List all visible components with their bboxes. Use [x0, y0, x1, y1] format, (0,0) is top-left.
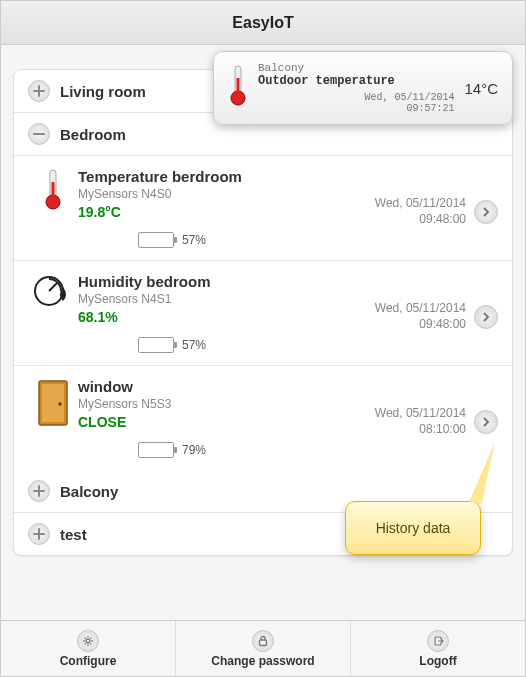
chevron-right-icon [474, 305, 498, 329]
sensor-row-temperature: Temperature berdroom MySensors N4S0 19.8… [14, 156, 512, 261]
plus-icon [28, 480, 50, 502]
battery-icon [138, 232, 174, 248]
gear-icon [77, 630, 99, 652]
sensor-value: 68.1% [78, 309, 375, 325]
battery-text: 57% [182, 338, 206, 352]
door-icon [28, 378, 78, 428]
thermometer-icon [228, 64, 248, 112]
battery-icon [138, 337, 174, 353]
footer-label: Configure [60, 654, 117, 668]
logoff-icon [427, 630, 449, 652]
battery-text: 57% [182, 233, 206, 247]
popup-room: Balcony [258, 62, 454, 74]
popup-sensor-name: Outdoor temperature [258, 74, 454, 88]
group-label: Balcony [60, 483, 118, 500]
minus-icon [28, 123, 50, 145]
group-label: Bedroom [60, 126, 126, 143]
popup-timestamp: Wed, 05/11/2014 09:57:21 [258, 92, 454, 114]
group-label: Living room [60, 83, 146, 100]
lock-icon [252, 630, 274, 652]
callout-text: History data [376, 520, 451, 536]
svg-rect-12 [260, 640, 267, 646]
chevron-right-icon [474, 200, 498, 224]
thermometer-icon [28, 168, 78, 212]
sensor-source: MySensors N4S0 [78, 187, 375, 201]
plus-icon [28, 80, 50, 102]
sensor-value: CLOSE [78, 414, 375, 430]
battery-icon [138, 442, 174, 458]
humidity-icon [28, 273, 78, 309]
plus-icon [28, 523, 50, 545]
configure-button[interactable]: Configure [1, 621, 176, 676]
logoff-button[interactable]: Logoff [351, 621, 525, 676]
history-button[interactable] [474, 200, 498, 224]
battery-indicator: 57% [138, 337, 375, 353]
history-button[interactable] [474, 410, 498, 434]
svg-rect-10 [237, 78, 240, 96]
footer-toolbar: Configure Change password Logoff [1, 620, 525, 676]
footer-label: Change password [211, 654, 314, 668]
app-title: EasyIoT [232, 14, 293, 31]
room-panel: Living room Bedroom Temperature berd [13, 69, 513, 556]
change-password-button[interactable]: Change password [176, 621, 351, 676]
popup-value: 14°C [464, 80, 498, 97]
chevron-right-icon [474, 410, 498, 434]
app-title-bar: EasyIoT [1, 1, 525, 45]
sensor-popup-card: Balcony Outdoor temperature Wed, 05/11/2… [213, 51, 513, 125]
sensor-timestamp: Wed, 05/11/2014 09:48:00 [375, 301, 466, 332]
sensor-row-window: window MySensors N5S3 CLOSE 79% Wed, 05/… [14, 366, 512, 470]
sensor-name: Temperature berdroom [78, 168, 375, 185]
battery-indicator: 79% [138, 442, 375, 458]
sensor-source: MySensors N5S3 [78, 397, 375, 411]
battery-indicator: 57% [138, 232, 375, 248]
battery-text: 79% [182, 443, 206, 457]
callout-history-data: History data [345, 501, 481, 555]
sensor-list-bedroom: Temperature berdroom MySensors N4S0 19.8… [14, 156, 512, 470]
sensor-timestamp: Wed, 05/11/2014 08:10:00 [375, 406, 466, 437]
sensor-timestamp: Wed, 05/11/2014 09:48:00 [375, 196, 466, 227]
svg-rect-2 [52, 182, 55, 200]
sensor-name: Humidity bedroom [78, 273, 375, 290]
sensor-row-humidity: Humidity bedroom MySensors N4S1 68.1% 57… [14, 261, 512, 366]
sensor-source: MySensors N4S1 [78, 292, 375, 306]
sensor-name: window [78, 378, 375, 395]
history-button[interactable] [474, 305, 498, 329]
footer-label: Logoff [419, 654, 456, 668]
sensor-value: 19.8°C [78, 204, 375, 220]
svg-point-7 [58, 402, 61, 405]
svg-point-11 [86, 639, 90, 643]
group-label: test [60, 526, 87, 543]
